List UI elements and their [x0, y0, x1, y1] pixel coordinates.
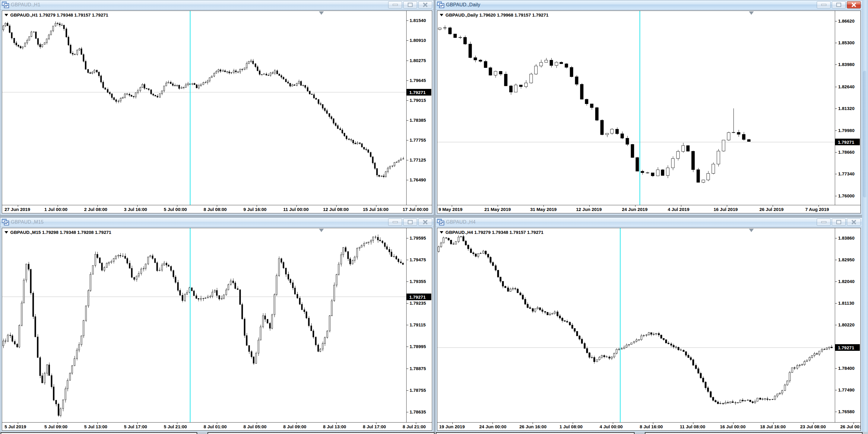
price-tick-label: 1.78660: [838, 149, 855, 155]
price-tick-mark: [835, 174, 837, 174]
close-button[interactable]: [847, 219, 861, 226]
price-tick-mark: [835, 152, 837, 153]
price-tick-mark: [835, 368, 837, 369]
time-tick-label: 31 May 2019: [530, 207, 557, 212]
price-tick-mark: [835, 412, 837, 412]
time-tick-mark: [681, 205, 681, 207]
chart-frame: GBPAUD.,H1 1.79279 1.79348 1.79157 1.792…: [2, 10, 432, 213]
time-tick-label: 27 Jun 2019: [4, 207, 30, 212]
time-tick-label: 12 Jun 2019: [576, 207, 602, 212]
collapse-triangle-icon[interactable]: [440, 231, 443, 234]
time-tick-mark: [589, 205, 590, 207]
close-button[interactable]: [418, 219, 432, 226]
price-tick-mark: [835, 238, 837, 238]
time-tick-mark: [297, 205, 297, 207]
window-titlebar[interactable]: GBPAUD.,Daily: [435, 0, 862, 10]
price-tick-mark: [407, 260, 408, 260]
time-axis[interactable]: 9 May 201921 May 201931 May 201912 Jun 2…: [437, 205, 861, 213]
background-window-tab[interactable]: [208, 432, 435, 434]
ohlc-header: GBPAUD.,M15 1.79298 1.79348 1.79208 1.79…: [4, 230, 111, 235]
price-chart[interactable]: GBPAUD.,H1 1.79279 1.79348 1.79157 1.792…: [2, 11, 406, 205]
price-tick-label: 1.81540: [409, 18, 426, 23]
chart-window-icon: [437, 219, 444, 226]
time-tick-mark: [813, 423, 814, 424]
restore-icon: [408, 220, 412, 224]
price-tick-label: 1.78635: [409, 409, 426, 414]
price-tick-mark: [407, 238, 408, 238]
time-tick-label: 4 Jul 2019: [668, 207, 689, 212]
window-titlebar[interactable]: GBPAUD.,H1: [0, 0, 434, 10]
chart-window-icon: [2, 219, 9, 226]
chart-shift-marker[interactable]: [319, 11, 324, 15]
background-window-tab[interactable]: [1, 432, 197, 434]
time-tick-label: 5 Jul 2019: [4, 424, 26, 429]
time-tick-label: 16 Jul 2019: [714, 207, 738, 212]
price-tick-label: 1.78995: [409, 344, 426, 349]
time-tick-mark: [733, 423, 734, 424]
ohlc-header: GBPAUD.,H4 1.79279 1.79348 1.79157 1.792…: [440, 230, 544, 235]
time-tick-label: 8 Jul 05:00: [243, 424, 267, 429]
restore-button[interactable]: [403, 219, 417, 226]
background-window-tab[interactable]: [436, 432, 634, 434]
time-tick-mark: [544, 205, 544, 207]
current-price-badge: 1.79271: [407, 294, 431, 300]
window-titlebar[interactable]: GBPAUD.,M15: [0, 218, 434, 227]
price-axis[interactable]: 1.795951.794751.793551.792351.791151.789…: [406, 228, 432, 422]
time-axis[interactable]: 5 Jul 20195 Jul 09:005 Jul 13:005 Jul 17…: [2, 422, 432, 430]
close-icon: [423, 220, 428, 224]
price-tick-mark: [835, 43, 837, 43]
price-tick-mark: [407, 120, 408, 121]
chart-shift-marker[interactable]: [749, 229, 754, 232]
price-chart[interactable]: GBPAUD.,M15 1.79298 1.79348 1.79208 1.79…: [2, 228, 406, 422]
price-axis[interactable]: 1.815401.809101.802751.796451.790151.783…: [406, 11, 432, 205]
current-price-badge: 1.79271: [835, 139, 860, 145]
time-tick-mark: [376, 205, 376, 207]
price-tick-label: 1.85300: [838, 40, 855, 45]
collapse-triangle-icon[interactable]: [440, 14, 443, 16]
time-tick-mark: [493, 423, 493, 424]
price-tick-label: 1.77125: [409, 157, 426, 162]
time-axis[interactable]: 27 Jun 20191 Jul 00:002 Jul 08:003 Jul 1…: [2, 205, 432, 213]
time-tick-mark: [416, 205, 416, 207]
minimize-button[interactable]: [817, 1, 831, 8]
price-tick-label: 1.76000: [838, 193, 855, 198]
price-axis[interactable]: 1.838601.829501.820401.811301.802201.784…: [835, 228, 861, 422]
window-titlebar[interactable]: GBPAUD.,H4: [435, 218, 862, 227]
time-tick-mark: [613, 423, 613, 424]
time-tick-mark: [376, 423, 376, 424]
price-tick-label: 1.76580: [838, 409, 855, 414]
price-chart[interactable]: GBPAUD.,H4 1.79279 1.79348 1.79157 1.792…: [437, 228, 835, 422]
price-tick-mark: [835, 21, 837, 22]
time-axis[interactable]: 19 Jun 201924 Jun 00:0026 Jun 16:001 Jul…: [437, 422, 861, 430]
ohlc-header-text: GBPAUD.,Daily 1.79620 1.79968 1.79157 1.…: [445, 12, 549, 18]
price-chart[interactable]: GBPAUD.,Daily 1.79620 1.79968 1.79157 1.…: [437, 11, 835, 205]
chart-shift-marker[interactable]: [319, 229, 324, 232]
minimize-button[interactable]: [388, 1, 402, 8]
background-window-tab[interactable]: [645, 432, 863, 434]
minimize-button[interactable]: [388, 219, 402, 226]
price-tick-label: 1.79235: [409, 300, 426, 306]
price-axis[interactable]: 1.866201.853001.839801.826401.813201.799…: [835, 11, 861, 205]
restore-button[interactable]: [832, 219, 846, 226]
time-tick-label: 5 Jul 13:00: [84, 424, 107, 429]
minimize-button[interactable]: [817, 219, 831, 226]
time-tick-label: 8 Jul 09:00: [283, 424, 306, 429]
price-tick-label: 1.79595: [409, 235, 426, 240]
collapse-triangle-icon[interactable]: [4, 14, 8, 16]
time-tick-label: 11 Jul 08:00: [680, 424, 705, 429]
scrollbar-thumb[interactable]: [863, 71, 867, 197]
time-tick-label: 5 Jul 21:00: [164, 424, 187, 429]
time-tick-label: 26 Jun 16:00: [519, 424, 547, 429]
price-tick-label: 1.78385: [409, 118, 426, 123]
collapse-triangle-icon[interactable]: [4, 231, 8, 234]
chart-shift-marker[interactable]: [749, 11, 754, 15]
close-button[interactable]: [847, 1, 861, 8]
restore-button[interactable]: [832, 1, 846, 8]
restore-button[interactable]: [403, 1, 417, 8]
close-button[interactable]: [418, 1, 432, 8]
price-tick-mark: [835, 260, 837, 260]
ohlc-header-text: GBPAUD.,M15 1.79298 1.79348 1.79208 1.79…: [10, 230, 111, 235]
price-tick-label: 1.78755: [409, 388, 426, 393]
time-tick-label: 5 Jul 00:00: [164, 207, 187, 212]
time-tick-label: 8 Jul 01:00: [204, 424, 227, 429]
